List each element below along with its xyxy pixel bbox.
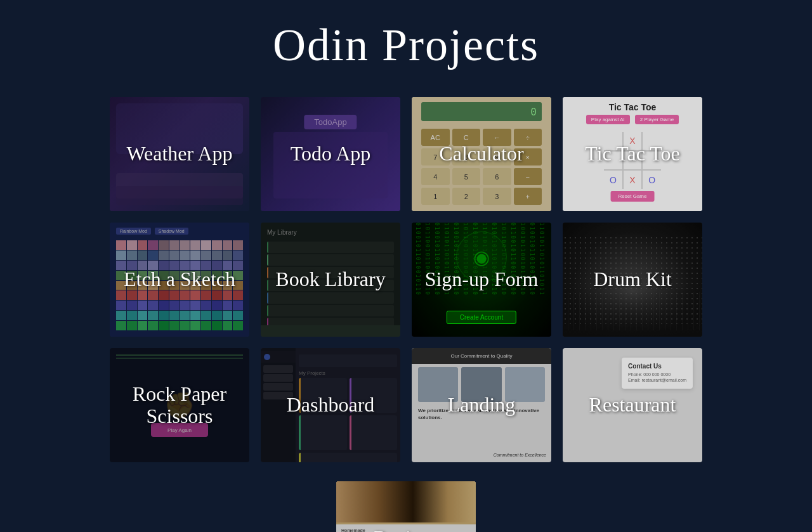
card-label-sign-up-form: Sign-up Form xyxy=(412,223,551,337)
card-todo-app[interactable]: TodoApp Todo App xyxy=(261,97,400,211)
card-landing[interactable]: Our Commitment to Quality We prioritize … xyxy=(412,348,551,462)
card-label-tic-tac-toe: Tic Tac Toe xyxy=(563,97,702,211)
card-weather-app[interactable]: Weather App xyxy=(110,97,249,211)
card-restaurant[interactable]: Contact Us Phone: 000 000 0000 Email: re… xyxy=(563,348,702,462)
card-book-library[interactable]: My Library Book Library xyxy=(261,223,400,337)
bottom-row: Homemade Ingredients: 500g of ground bee… xyxy=(0,481,812,532)
card-label-etch-a-sketch: Etch a Sketch xyxy=(110,223,249,337)
card-rock-paper-scissors[interactable]: Play Again ✊ Rock Paper Scissors xyxy=(110,348,249,462)
card-label-rock-paper-scissors: Rock Paper Scissors xyxy=(110,348,249,462)
card-calculator[interactable]: 0 AC C ← ÷ 7 8 9 × 4 5 6 − 1 2 3 + Ca xyxy=(412,97,551,211)
card-label-dashboard: Dashboard xyxy=(261,348,400,462)
card-etch-a-sketch[interactable]: Rainbow Mod Shadow Mod Etch a Sketch xyxy=(110,223,249,337)
card-label-landing: Landing xyxy=(412,348,551,462)
card-sign-up-form[interactable]: 01001011010010110 10110010110010110 0100… xyxy=(412,223,551,337)
card-label-restaurant: Restaurant xyxy=(563,348,702,462)
card-recipes[interactable]: Homemade Ingredients: 500g of ground bee… xyxy=(336,481,476,532)
page-title: Odin Projects xyxy=(0,0,812,97)
card-label-calculator: Calculator xyxy=(412,97,551,211)
projects-grid: Weather App TodoApp Todo App 0 AC C ← ÷ … xyxy=(0,97,812,481)
card-label-drum-kit: Drum Kit xyxy=(563,223,702,337)
card-dashboard[interactable]: My Projects Dashboard xyxy=(261,348,400,462)
card-label-book-library: Book Library xyxy=(261,223,400,337)
card-label-weather-app: Weather App xyxy=(110,97,249,211)
card-drum-kit[interactable]: Drum Kit xyxy=(563,223,702,337)
card-label-recipes: Recipes xyxy=(336,481,476,532)
card-label-todo-app: Todo App xyxy=(261,97,400,211)
card-tic-tac-toe[interactable]: Tic Tac Toe Play against AI 2 Player Gam… xyxy=(563,97,702,211)
